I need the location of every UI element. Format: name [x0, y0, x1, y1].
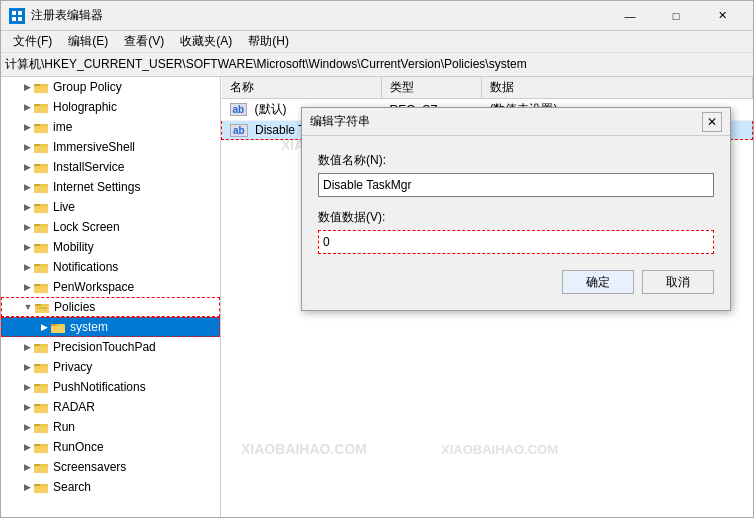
- expand-arrow: ▶: [21, 460, 33, 474]
- sidebar-label: Privacy: [53, 360, 92, 374]
- svg-rect-58: [34, 426, 48, 433]
- folder-icon: [33, 100, 49, 114]
- sidebar-item-notifications[interactable]: ▶ Notifications: [1, 257, 220, 277]
- folder-icon: [33, 420, 49, 434]
- expand-arrow: ▶: [21, 80, 33, 94]
- sidebar-item-ime[interactable]: ▶ ime: [1, 117, 220, 137]
- ok-button[interactable]: 确定: [562, 270, 634, 294]
- col-header-type: 类型: [382, 77, 482, 99]
- sidebar-label: Holographic: [53, 100, 117, 114]
- menu-favorites[interactable]: 收藏夹(A): [172, 31, 240, 52]
- sidebar-label: Policies: [54, 300, 95, 314]
- menu-file[interactable]: 文件(F): [5, 31, 60, 52]
- sidebar-item-search[interactable]: ▶ Search: [1, 477, 220, 497]
- cancel-button[interactable]: 取消: [642, 270, 714, 294]
- dialog-close-button[interactable]: ✕: [702, 112, 722, 132]
- address-path: 计算机\HKEY_CURRENT_USER\SOFTWARE\Microsoft…: [5, 56, 749, 73]
- ab-icon: ab: [230, 124, 248, 137]
- sidebar-label: system: [70, 320, 108, 334]
- minimize-button[interactable]: —: [607, 1, 653, 31]
- svg-rect-36: [34, 286, 48, 293]
- expand-arrow: ▶: [21, 360, 33, 374]
- sidebar-label: PushNotifications: [53, 380, 146, 394]
- sidebar-item-install-service[interactable]: ▶ InstallService: [1, 157, 220, 177]
- watermark-4: XIAOBAIHAO.COM: [241, 441, 367, 457]
- registry-editor-window: 注册表编辑器 — □ ✕ 文件(F) 编辑(E) 查看(V) 收藏夹(A) 帮助…: [0, 0, 754, 518]
- registry-panel: 小白号 XIAOBAIHAO.COM 小白号 XIAOBAIHAO.COM XI…: [221, 77, 753, 517]
- sidebar-item-policies[interactable]: ▼ Policies: [1, 297, 220, 317]
- svg-rect-0: [12, 11, 16, 15]
- app-icon: [9, 8, 25, 24]
- menu-bar: 文件(F) 编辑(E) 查看(V) 收藏夹(A) 帮助(H): [1, 31, 753, 53]
- folder-icon: [33, 160, 49, 174]
- sidebar-label: Lock Screen: [53, 220, 120, 234]
- svg-rect-33: [34, 266, 48, 273]
- sidebar-item-radar[interactable]: ▶ RADAR: [1, 397, 220, 417]
- sidebar-item-run[interactable]: ▶ Run: [1, 417, 220, 437]
- expand-arrow: ▶: [21, 380, 33, 394]
- main-area: ▶ Group Policy ▶ Holographic ▶: [1, 77, 753, 517]
- svg-rect-61: [34, 446, 48, 453]
- sidebar-item-system[interactable]: ▶ system: [1, 317, 220, 337]
- sidebar-item-precision-touchpad[interactable]: ▶ PrecisionTouchPad: [1, 337, 220, 357]
- close-button[interactable]: ✕: [699, 1, 745, 31]
- folder-icon: [33, 340, 49, 354]
- expand-arrow: ▶: [21, 480, 33, 494]
- svg-rect-12: [34, 126, 48, 133]
- sidebar-item-internet-settings[interactable]: ▶ Internet Settings: [1, 177, 220, 197]
- folder-icon: [33, 460, 49, 474]
- sidebar-label: Mobility: [53, 240, 94, 254]
- name-input[interactable]: [318, 173, 714, 197]
- folder-icon: [33, 220, 49, 234]
- data-label: 数值数据(V):: [318, 209, 714, 226]
- svg-rect-55: [34, 406, 48, 413]
- sidebar-item-pen-workspace[interactable]: ▶ PenWorkspace: [1, 277, 220, 297]
- maximize-button[interactable]: □: [653, 1, 699, 31]
- expand-arrow: ▶: [21, 140, 33, 154]
- sidebar-item-privacy[interactable]: ▶ Privacy: [1, 357, 220, 377]
- sidebar-item-mobility[interactable]: ▶ Mobility: [1, 237, 220, 257]
- sidebar-label: Live: [53, 200, 75, 214]
- expand-arrow: ▶: [21, 340, 33, 354]
- folder-icon: [33, 200, 49, 214]
- svg-rect-64: [34, 466, 48, 473]
- sidebar-item-live[interactable]: ▶ Live: [1, 197, 220, 217]
- window-title: 注册表编辑器: [31, 7, 103, 24]
- expand-arrow: ▶: [21, 200, 33, 214]
- dialog-title-bar: 编辑字符串 ✕: [302, 108, 730, 136]
- expand-arrow: ▶: [21, 240, 33, 254]
- expand-arrow: ▶: [21, 160, 33, 174]
- dialog-title: 编辑字符串: [310, 113, 370, 130]
- data-input[interactable]: [318, 230, 714, 254]
- expand-arrow: ▶: [21, 180, 33, 194]
- sidebar-item-push-notifications[interactable]: ▶ PushNotifications: [1, 377, 220, 397]
- svg-rect-46: [34, 346, 48, 353]
- folder-open-icon: [34, 300, 50, 314]
- expand-arrow: ▶: [38, 320, 50, 334]
- menu-edit[interactable]: 编辑(E): [60, 31, 116, 52]
- sidebar-item-immersive-shell[interactable]: ▶ ImmersiveShell: [1, 137, 220, 157]
- sidebar-label: Run: [53, 420, 75, 434]
- sidebar-item-holographic[interactable]: ▶ Holographic: [1, 97, 220, 117]
- sidebar-item-screensavers[interactable]: ▶ Screensavers: [1, 457, 220, 477]
- svg-rect-1: [18, 11, 22, 15]
- sidebar-item-lock-screen[interactable]: ▶ Lock Screen: [1, 217, 220, 237]
- sidebar-label: InstallService: [53, 160, 124, 174]
- menu-help[interactable]: 帮助(H): [240, 31, 297, 52]
- dialog-buttons: 确定 取消: [318, 270, 714, 294]
- expand-arrow: ▶: [21, 100, 33, 114]
- dialog-overlay: 编辑字符串 ✕ 数值名称(N): 数值数据(V): 确定 取消: [221, 77, 753, 517]
- menu-view[interactable]: 查看(V): [116, 31, 172, 52]
- name-label: 数值名称(N):: [318, 152, 714, 169]
- edit-string-dialog: 编辑字符串 ✕ 数值名称(N): 数值数据(V): 确定 取消: [301, 107, 731, 311]
- svg-rect-39: [35, 306, 49, 313]
- sidebar-label: Search: [53, 480, 91, 494]
- expand-arrow: ▶: [21, 280, 33, 294]
- expand-arrow: ▼: [22, 300, 34, 314]
- window-controls: — □ ✕: [607, 1, 745, 31]
- sidebar-item-run-once[interactable]: ▶ RunOnce: [1, 437, 220, 457]
- folder-icon: [33, 280, 49, 294]
- expand-arrow: ▶: [21, 220, 33, 234]
- sidebar-item-group-policy[interactable]: ▶ Group Policy: [1, 77, 220, 97]
- sidebar-label: RADAR: [53, 400, 95, 414]
